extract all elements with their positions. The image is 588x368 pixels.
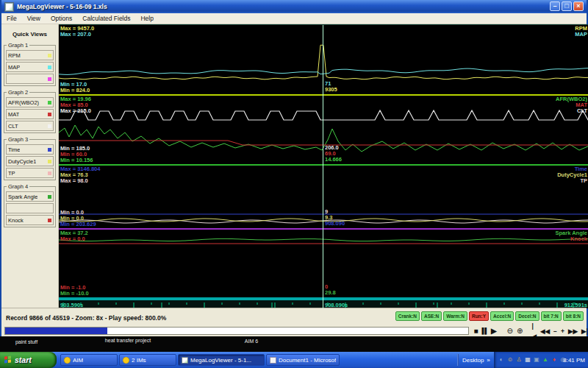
chevron-overflow-icon[interactable]: » xyxy=(487,357,490,364)
taskbar-button-document1-microsof[interactable]: Document1 - Microsof... xyxy=(266,354,340,366)
graph-3-traces xyxy=(59,166,588,228)
zoom-out-button[interactable]: ⊖ xyxy=(505,326,514,336)
channel-item-tp[interactable]: TP xyxy=(6,168,54,178)
quick-views-title: Quick Views xyxy=(1,31,58,38)
zoom-in-button[interactable]: ⊕ xyxy=(514,326,524,336)
tray-icon-1[interactable]: ◐ xyxy=(497,355,506,364)
menu-item-calculated-fields[interactable]: Calculated Fields xyxy=(77,14,135,23)
flag-bit-7-n[interactable]: bit 7:N xyxy=(541,311,562,321)
record-status-text: Record 9866 of 45519 - Zoom: 8x - Play s… xyxy=(6,314,166,322)
graph-2-traces xyxy=(59,96,588,164)
tray-icon-7[interactable]: ♦ xyxy=(550,355,559,364)
graph-1-cursor-values-line: 9305 xyxy=(325,87,337,93)
channel-color-swatch xyxy=(48,113,51,116)
channel-item-clt[interactable]: CLT xyxy=(6,121,54,131)
tray-icon-6[interactable]: ▲ xyxy=(541,355,550,364)
graph-1[interactable]: Max = 9457.0Max = 207.0Min = 17.0Min = 8… xyxy=(59,25,588,96)
megalogviewer-window: MegaLogViewer - 5-16-09 1.xls – □ × File… xyxy=(0,0,588,336)
playback-row: ■▌▌▶⊖⊕|◀◀◀−+▶▶▶| xyxy=(1,325,587,336)
flag-ase-n[interactable]: ASE:N xyxy=(421,311,442,321)
graph-1-cursor-values: 719305 xyxy=(325,81,337,93)
taskbar-button-label: MegaLogViewer - 5-1... xyxy=(190,357,251,364)
taskbar-button-label: 2 IMs xyxy=(132,357,146,364)
channel-color-swatch xyxy=(48,219,51,222)
doc-icon xyxy=(270,357,276,364)
maximize-button[interactable]: □ xyxy=(562,1,572,11)
graph-4-traces xyxy=(59,230,588,297)
menu-item-view[interactable]: View xyxy=(22,14,46,23)
aim-icon xyxy=(64,357,71,364)
flag-decel-n[interactable]: Decel:N xyxy=(515,311,539,321)
flag-warm-n[interactable]: Warm:N xyxy=(443,311,467,321)
graph-2-cursor-values-line: 14.666 xyxy=(325,157,342,163)
graph-1-series-labels: RPMMAP xyxy=(575,26,587,38)
graph-4[interactable]: Max = 37.2Max = 0.0Min = -1.0Min = -10.0… xyxy=(59,230,588,299)
desktop-icon-label[interactable]: heat transfer project xyxy=(103,338,153,344)
graph-2[interactable]: Max = 19.96Max = 85.0Max = 215.0Min = 18… xyxy=(59,96,588,166)
minimize-button[interactable]: – xyxy=(550,1,560,11)
menu-bar: FileViewOptionsCalculated FieldsHelp xyxy=(1,13,587,24)
close-button[interactable]: × xyxy=(573,1,584,11)
channel-color-swatch xyxy=(48,66,51,69)
status-bar: Record 9866 of 45519 - Zoom: 8x - Play s… xyxy=(1,308,587,325)
system-tray: ◐☺♙▦▣▲♦◎8:41 PM xyxy=(494,352,588,368)
desktop-toolbar[interactable]: Desktop » xyxy=(457,352,490,368)
channel-item-empty[interactable] xyxy=(6,74,54,84)
skip-end-button[interactable]: ▶| xyxy=(580,326,588,336)
title-bar[interactable]: MegaLogViewer - 5-16-09 1.xls – □ × xyxy=(1,0,587,13)
faster-button[interactable]: + xyxy=(559,326,566,336)
channel-item-map[interactable]: MAP xyxy=(6,62,54,72)
flag-accel-n[interactable]: Accel:N xyxy=(490,311,514,321)
play-button[interactable]: ▶ xyxy=(489,326,498,336)
rewind-button[interactable]: ◀◀ xyxy=(538,326,551,336)
channel-item-spark-angle[interactable]: Spark Angle xyxy=(6,191,54,202)
transport-controls: ■▌▌▶⊖⊕|◀◀◀−+▶▶▶| xyxy=(472,325,588,336)
taskbar-clock[interactable]: 8:41 PM xyxy=(563,357,585,364)
menu-item-file[interactable]: File xyxy=(1,14,22,23)
fast-forward-button[interactable]: ▶▶ xyxy=(566,326,579,336)
channel-item-time[interactable]: Time xyxy=(6,144,54,155)
tray-icon-3[interactable]: ♙ xyxy=(514,355,523,364)
slower-button[interactable]: − xyxy=(551,326,559,336)
flag-crank-n[interactable]: Crank:N xyxy=(395,311,420,321)
taskbar-button-2-ims[interactable]: 2 IMs xyxy=(119,354,176,366)
pause-button[interactable]: ▌▌ xyxy=(480,326,489,336)
channel-label: Spark Angle xyxy=(8,194,37,200)
taskbar-button-megalogviewer-5-1[interactable]: MegaLogViewer - 5-1... xyxy=(178,354,265,366)
channel-item-knock[interactable]: Knock xyxy=(6,215,54,225)
channel-item-empty[interactable] xyxy=(6,203,54,213)
engine-flag-buttons: Crank:NASE:NWarm:NRun:YAccel:NDecel:Nbit… xyxy=(395,311,584,321)
graph-1-min-labels-line: Min = 824.0 xyxy=(60,88,90,93)
quick-view-group-2: Graph 2AFR(WBO2)MATCLT xyxy=(4,92,56,133)
graph-3[interactable]: Max = 3146.804Max = 76.3Max = 98.0Min = … xyxy=(59,166,588,230)
menu-item-options[interactable]: Options xyxy=(46,14,77,23)
quick-view-group-4: Graph 4Spark AngleKnock xyxy=(4,186,56,227)
channel-item-rpm[interactable]: RPM xyxy=(6,50,54,60)
channel-item-dutycycle1[interactable]: DutyCycle1 xyxy=(6,156,54,166)
start-button[interactable]: start xyxy=(0,352,57,368)
tray-icon-4[interactable]: ▦ xyxy=(523,355,532,364)
channel-item-mat[interactable]: MAT xyxy=(6,109,54,119)
flag-run-y[interactable]: Run:Y xyxy=(469,311,489,321)
seek-slider[interactable] xyxy=(4,327,469,335)
desktop-toolbar-label: Desktop xyxy=(462,357,484,364)
taskbar-button-aim[interactable]: AIM xyxy=(60,354,118,366)
quick-views-groups: Graph 1RPMMAPGraph 2AFR(WBO2)MATCLTGraph… xyxy=(1,45,58,227)
windows-flag-icon xyxy=(4,355,12,364)
desktop-icon-label[interactable]: AIM 6 xyxy=(237,339,266,344)
channel-color-swatch xyxy=(48,195,51,199)
tray-icon-5[interactable]: ▣ xyxy=(532,355,541,364)
channel-color-swatch xyxy=(48,124,51,128)
graph-panel[interactable]: Max = 9457.0Max = 207.0Min = 17.0Min = 8… xyxy=(59,24,588,308)
channel-color-swatch xyxy=(48,171,51,175)
menu-item-help[interactable]: Help xyxy=(135,14,158,23)
desktop-icon-label[interactable]: paint stuff xyxy=(4,339,49,345)
stop-button[interactable]: ■ xyxy=(472,326,480,336)
group-label: Graph 3 xyxy=(7,136,29,143)
tray-icon-2[interactable]: ☺ xyxy=(506,355,514,364)
graph-1-min-labels: Min = 17.0Min = 824.0 xyxy=(60,82,90,93)
start-label: start xyxy=(15,355,32,364)
screen: MegaLogViewer - 5-16-09 1.xls – □ × File… xyxy=(0,0,588,368)
flag-bit-8-n[interactable]: bit 8:N xyxy=(563,311,584,321)
channel-item-afr-wbo2-[interactable]: AFR(WBO2) xyxy=(6,97,54,107)
